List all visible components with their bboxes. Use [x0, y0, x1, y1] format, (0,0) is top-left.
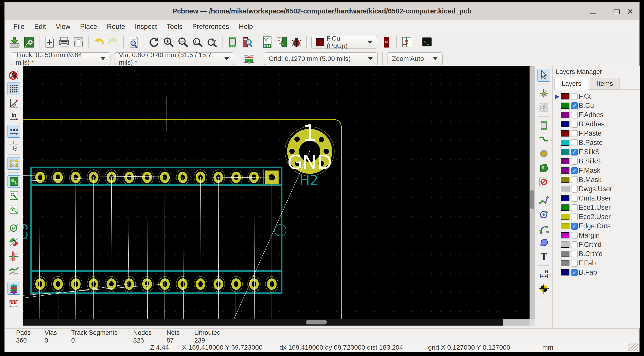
layer-visibility-checkbox[interactable]: [571, 130, 578, 137]
layer-visibility-checkbox[interactable]: [571, 93, 578, 100]
close-button[interactable]: ✕: [626, 7, 634, 16]
pad-outline-mode-button[interactable]: [8, 236, 20, 248]
layer-color-swatch[interactable]: [561, 251, 570, 257]
layer-color-swatch[interactable]: [561, 223, 570, 229]
layer-visibility-checkbox[interactable]: [571, 158, 578, 165]
via-size-selector[interactable]: Via: 0.80 / 0.40 mm (31.5 / 15.7 mils) *: [114, 52, 234, 65]
layer-row-eco2-user[interactable]: Eco2.User: [553, 212, 640, 222]
menu-tools[interactable]: Tools: [162, 20, 187, 33]
print-button[interactable]: [58, 36, 70, 48]
layer-row-f-mask[interactable]: ✓F.Mask: [553, 166, 640, 175]
layer-row-b-silks[interactable]: B.SilkS: [553, 156, 640, 166]
drc-button[interactable]: [290, 36, 302, 48]
add-dimension-button[interactable]: N: [538, 268, 550, 281]
draw-line-button[interactable]: [538, 194, 550, 206]
menu-help[interactable]: Help: [234, 20, 258, 33]
layer-visibility-checkbox[interactable]: [571, 186, 578, 192]
layer-row-margin[interactable]: Margin: [553, 231, 640, 240]
grid-visibility-button[interactable]: [8, 82, 20, 95]
add-keepout-button[interactable]: [538, 176, 550, 188]
curved-tracks-mode-button[interactable]: [8, 264, 20, 276]
layer-selector-dropdown[interactable]: F.Cu (PgUp): [311, 36, 377, 48]
undo-button[interactable]: [93, 36, 105, 48]
pcb-canvas[interactable]: C91GNDH2: [24, 66, 530, 319]
menu-view[interactable]: View: [51, 20, 75, 33]
layer-color-swatch[interactable]: [561, 112, 570, 118]
netlist-button[interactable]: NET: [261, 36, 274, 48]
draw-circle-button[interactable]: [538, 208, 550, 220]
menu-inspect[interactable]: Inspect: [130, 20, 162, 33]
save-button[interactable]: [8, 36, 21, 48]
layer-visibility-checkbox[interactable]: ✓: [571, 149, 578, 156]
layer-color-swatch[interactable]: [561, 177, 570, 183]
board-setup-button[interactable]: [23, 36, 35, 48]
auto-track-width-button[interactable]: [243, 52, 255, 65]
layer-color-swatch[interactable]: [561, 204, 570, 211]
layer-color-swatch[interactable]: [561, 260, 570, 266]
menu-route[interactable]: Route: [102, 20, 130, 33]
layer-color-swatch[interactable]: [561, 121, 570, 127]
ratsnest-visibility-button[interactable]: [8, 157, 20, 170]
vertical-scrollbar-handle[interactable]: [530, 190, 534, 209]
layer-visibility-checkbox[interactable]: [571, 195, 578, 202]
layer-color-swatch[interactable]: [561, 214, 570, 220]
highlight-net-button[interactable]: [538, 87, 550, 100]
layer-row-b-fab[interactable]: ✓B.Fab: [553, 268, 640, 277]
plot-button[interactable]: [72, 36, 85, 48]
layer-row-f-adhes[interactable]: F.Adhes: [553, 110, 640, 120]
layer-color-swatch[interactable]: [561, 158, 570, 164]
layer-color-swatch[interactable]: [561, 102, 570, 109]
zoom-selector[interactable]: Zoom Auto: [387, 52, 443, 65]
zoom-fit-button[interactable]: [192, 36, 204, 48]
zoom-selection-button[interactable]: [206, 36, 218, 48]
cursor-shape-button[interactable]: [8, 139, 20, 152]
high-contrast-mode-button[interactable]: [8, 282, 20, 295]
layer-visibility-checkbox[interactable]: [571, 176, 578, 183]
microwave-toolbar-button[interactable]: [8, 296, 20, 309]
maximize-button[interactable]: [612, 7, 620, 16]
zone-sketch-button[interactable]: [8, 203, 20, 216]
find-button[interactable]: [128, 36, 140, 48]
layer-visibility-checkbox[interactable]: [571, 260, 578, 267]
footprint-viewer-button[interactable]: [241, 36, 253, 48]
layer-row-f-cu[interactable]: ▶F.Cu: [553, 92, 640, 101]
layer-row-cmts-user[interactable]: Cmts.User: [553, 194, 640, 203]
add-target-button[interactable]: [538, 282, 550, 295]
layer-visibility-checkbox[interactable]: ✓: [571, 102, 578, 109]
layer-row-dwgs-user[interactable]: Dwgs.User: [553, 184, 640, 194]
layer-visibility-checkbox[interactable]: [571, 232, 578, 239]
menu-place[interactable]: Place: [75, 20, 102, 33]
add-text-button[interactable]: T: [538, 250, 550, 263]
layer-color-swatch[interactable]: [561, 232, 570, 238]
layer-visibility-checkbox[interactable]: [571, 140, 578, 146]
layer-row-b-crtyd[interactable]: B.CrtYd: [553, 249, 640, 258]
zone-outline-button[interactable]: [8, 189, 20, 202]
route-tracks-button[interactable]: [538, 133, 550, 146]
draw-polygon-button[interactable]: [538, 236, 550, 249]
refresh-button[interactable]: [148, 36, 160, 48]
layer-color-swatch[interactable]: [561, 93, 570, 100]
layer-visibility-checkbox[interactable]: ✓: [571, 223, 578, 230]
grid-selector[interactable]: Grid: 0.1270 mm (5.00 mils): [264, 52, 378, 65]
layer-row-b-adhes[interactable]: B.Adhes: [553, 120, 640, 129]
layer-visibility-checkbox[interactable]: [571, 214, 578, 220]
layer-color-swatch[interactable]: [561, 242, 570, 248]
tab-layers[interactable]: Layers: [554, 78, 588, 90]
layer-color-swatch[interactable]: [561, 186, 570, 192]
layer-visibility-checkbox[interactable]: ✓: [571, 269, 578, 276]
footprint-editor-button[interactable]: [226, 36, 239, 48]
layer-visibility-checkbox[interactable]: [571, 112, 578, 118]
layer-visibility-checkbox[interactable]: [571, 241, 578, 248]
menu-file[interactable]: File: [8, 20, 29, 33]
layer-color-swatch[interactable]: [561, 195, 570, 202]
resize-grip[interactable]: [628, 343, 638, 351]
local-ratsnest-button[interactable]: [538, 101, 550, 114]
layer-visibility-checkbox[interactable]: [571, 250, 578, 258]
horizontal-scrollbar-handle[interactable]: [306, 320, 327, 324]
layer-color-swatch[interactable]: [561, 140, 570, 146]
layer-color-swatch[interactable]: [561, 168, 570, 174]
layer-row-b-paste[interactable]: B.Paste: [553, 138, 640, 147]
layer-row-f-silks[interactable]: ✓F.SilkS: [553, 147, 640, 156]
page-settings-button[interactable]: [43, 36, 56, 48]
layer-row-b-cu[interactable]: ✓B.Cu: [553, 101, 640, 110]
